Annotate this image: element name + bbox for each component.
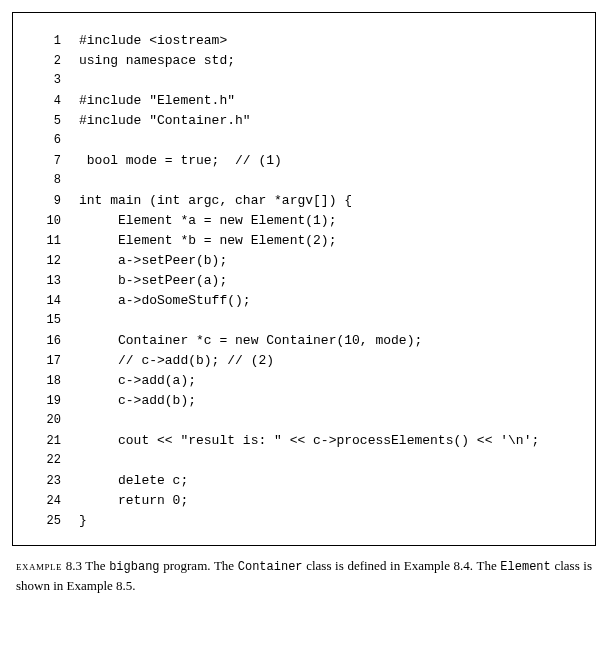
figure-caption: example 8.3 The bigbang program. The Con… [12,556,596,596]
line-number: 11 [33,232,61,250]
caption-number: 8.3 [66,558,82,573]
code-text: Element *a = new Element(1); [79,211,336,231]
code-line: 11 Element *b = new Element(2); [33,231,575,251]
code-line: 20 [33,411,575,431]
code-text: Container *c = new Container(10, mode); [79,331,422,351]
line-number: 22 [33,451,61,469]
line-number: 7 [33,152,61,170]
line-number: 18 [33,372,61,390]
code-line: 14 a->doSomeStuff(); [33,291,575,311]
code-text: } [79,511,87,531]
code-line: 13 b->setPeer(a); [33,271,575,291]
code-text: return 0; [79,491,188,511]
code-text: #include "Element.h" [79,91,235,111]
code-text: Element *b = new Element(2); [79,231,336,251]
code-line: 5#include "Container.h" [33,111,575,131]
line-number: 17 [33,352,61,370]
line-number: 5 [33,112,61,130]
code-line: 22 [33,451,575,471]
caption-text-1: The [85,558,109,573]
code-line: 6 [33,131,575,151]
line-number: 25 [33,512,61,530]
code-line: 21 cout << "result is: " << c->processEl… [33,431,575,451]
code-listing-frame: 1#include <iostream>2using namespace std… [12,12,596,546]
code-text: c->add(a); [79,371,196,391]
caption-text-3: class is defined in Example 8.4. The [303,558,501,573]
code-line: 10 Element *a = new Element(1); [33,211,575,231]
line-number: 3 [33,71,61,89]
code-text: a->setPeer(b); [79,251,227,271]
code-text: cout << "result is: " << c->processEleme… [79,431,539,451]
code-text: bool mode = true; // (1) [79,151,282,171]
line-number: 2 [33,52,61,70]
code-line: 15 [33,311,575,331]
code-line: 2using namespace std; [33,51,575,71]
caption-text-2: program. The [160,558,238,573]
line-number: 14 [33,292,61,310]
code-line: 8 [33,171,575,191]
line-number: 4 [33,92,61,110]
code-line: 12 a->setPeer(b); [33,251,575,271]
line-number: 20 [33,411,61,429]
caption-label: example [16,558,62,573]
line-number: 1 [33,32,61,50]
caption-program-name: bigbang [109,560,159,574]
caption-class-1: Container [238,560,303,574]
line-number: 23 [33,472,61,490]
code-line: 17 // c->add(b); // (2) [33,351,575,371]
code-text: using namespace std; [79,51,235,71]
code-line: 1#include <iostream> [33,31,575,51]
code-line: 18 c->add(a); [33,371,575,391]
code-text: int main (int argc, char *argv[]) { [79,191,352,211]
code-line: 3 [33,71,575,91]
code-line: 16 Container *c = new Container(10, mode… [33,331,575,351]
line-number: 10 [33,212,61,230]
code-line: 25} [33,511,575,531]
caption-class-2: Element [500,560,550,574]
code-text: c->add(b); [79,391,196,411]
line-number: 9 [33,192,61,210]
code-text: a->doSomeStuff(); [79,291,251,311]
line-number: 19 [33,392,61,410]
line-number: 24 [33,492,61,510]
line-number: 8 [33,171,61,189]
code-line: 19 c->add(b); [33,391,575,411]
line-number: 6 [33,131,61,149]
line-number: 12 [33,252,61,270]
code-line: 23 delete c; [33,471,575,491]
code-text: delete c; [79,471,188,491]
line-number: 16 [33,332,61,350]
code-text: // c->add(b); // (2) [79,351,274,371]
line-number: 15 [33,311,61,329]
code-text: #include <iostream> [79,31,227,51]
code-text: #include "Container.h" [79,111,251,131]
line-number: 13 [33,272,61,290]
code-line: 24 return 0; [33,491,575,511]
code-line: 4#include "Element.h" [33,91,575,111]
line-number: 21 [33,432,61,450]
code-line: 7 bool mode = true; // (1) [33,151,575,171]
code-line: 9int main (int argc, char *argv[]) { [33,191,575,211]
code-container: 1#include <iostream>2using namespace std… [33,31,575,531]
code-text: b->setPeer(a); [79,271,227,291]
